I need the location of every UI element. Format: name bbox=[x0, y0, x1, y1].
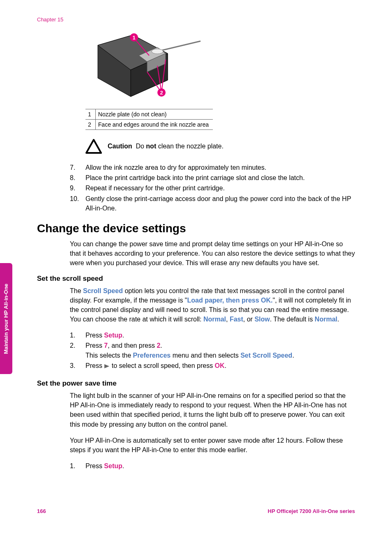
caution-icon bbox=[85, 138, 102, 155]
svg-point-6 bbox=[152, 49, 163, 54]
step-row: 7.Allow the ink nozzle area to dry for a… bbox=[70, 163, 355, 172]
caution-text: Caution Do not clean the nozzle plate. bbox=[108, 143, 224, 150]
figure-area: 1 2 1 Nozzle plate (do not clean) 2 Face… bbox=[85, 31, 355, 130]
power-p2: Your HP All-in-One is automatically set … bbox=[70, 436, 355, 455]
section-intro: You can change the power save time and p… bbox=[70, 239, 355, 268]
setup-button-label: Setup bbox=[104, 462, 122, 469]
step-row: 3. Press to select a scroll speed, then … bbox=[70, 361, 355, 370]
svg-marker-16 bbox=[104, 364, 109, 368]
right-arrow-icon bbox=[104, 364, 110, 369]
svg-text:1: 1 bbox=[132, 35, 135, 41]
step-row: 1. Press Setup. bbox=[70, 330, 355, 340]
scroll-paragraph: The Scroll Speed option lets you control… bbox=[70, 286, 355, 324]
continued-steps: 7.Allow the ink nozzle area to dry for a… bbox=[70, 163, 355, 213]
svg-line-5 bbox=[157, 41, 201, 51]
svg-text:2: 2 bbox=[160, 90, 163, 96]
callout-text: Nozzle plate (do not clean) bbox=[95, 109, 213, 120]
caution-label: Caution bbox=[108, 143, 132, 150]
svg-marker-15 bbox=[86, 140, 101, 153]
scroll-steps: 1. Press Setup. 2. Press 7, and then pre… bbox=[70, 330, 355, 370]
footer: 166 HP Officejet 7200 All-in-One series bbox=[37, 508, 355, 514]
power-heading: Set the power save time bbox=[37, 379, 355, 388]
step-row: 10.Gently close the print-carriage acces… bbox=[70, 194, 355, 213]
step-row: 9.Repeat if necessary for the other prin… bbox=[70, 183, 355, 193]
caution-block: Caution Do not clean the nozzle plate. bbox=[85, 138, 355, 155]
page-number: 166 bbox=[37, 508, 46, 514]
power-steps: 1. Press Setup. bbox=[70, 461, 355, 471]
step-row: 2. Press 7, and then press 2. This selec… bbox=[70, 341, 355, 360]
callout-num: 1 bbox=[85, 109, 95, 120]
callout-num: 2 bbox=[85, 120, 95, 130]
page-body: Chapter 15 1 2 1 Noz bbox=[0, 0, 392, 496]
step-row: 1. Press Setup. bbox=[70, 461, 355, 471]
ok-button-label: OK bbox=[215, 362, 225, 369]
section-title: Change the device settings bbox=[37, 222, 355, 235]
setup-button-label: Setup bbox=[104, 332, 122, 339]
step-row: 8.Place the print cartridge back into th… bbox=[70, 173, 355, 183]
callout-row: 2 Face and edges around the ink nozzle a… bbox=[85, 120, 213, 130]
product-name: HP Officejet 7200 All-in-One series bbox=[268, 508, 355, 514]
scroll-heading: Set the scroll speed bbox=[37, 275, 355, 283]
callout-text: Face and edges around the ink nozzle are… bbox=[95, 120, 213, 130]
callout-table: 1 Nozzle plate (do not clean) 2 Face and… bbox=[85, 109, 213, 130]
printer-cartridge-illustration: 1 2 bbox=[85, 31, 205, 105]
chapter-label: Chapter 15 bbox=[37, 16, 355, 23]
callout-row: 1 Nozzle plate (do not clean) bbox=[85, 109, 213, 120]
power-p1: The light bulb in the scanner of your HP… bbox=[70, 391, 355, 429]
